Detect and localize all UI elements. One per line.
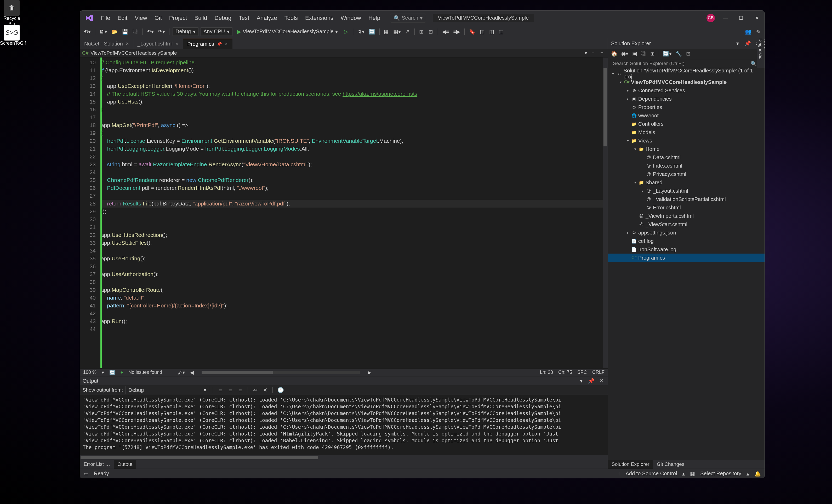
- code-editor[interactable]: 1011121314151617181920212223242526272829…: [80, 57, 608, 368]
- tb-icon-7[interactable]: ◫: [488, 27, 495, 36]
- diagnostic-tools-tab[interactable]: Diagnostic Tools: [757, 37, 764, 68]
- tree-shared[interactable]: ▾📁Shared: [608, 178, 764, 187]
- maximize-button[interactable]: ☐: [736, 14, 746, 22]
- tb-icon-3[interactable]: ↗: [404, 27, 411, 36]
- save-button[interactable]: 💾: [121, 27, 130, 36]
- live-share-button[interactable]: 👥: [744, 27, 753, 36]
- tree-wwwroot[interactable]: 🌐wwwroot: [608, 111, 764, 120]
- nav-back-button[interactable]: ⟲▾: [83, 27, 92, 36]
- menu-help[interactable]: Help: [365, 13, 383, 23]
- bottom-tab-error-list-[interactable]: Error List …: [80, 460, 114, 469]
- tb-icon-4[interactable]: ⊞: [418, 27, 425, 36]
- indent-button[interactable]: ≡▶: [452, 27, 461, 36]
- se-pin-button[interactable]: 📌: [743, 39, 752, 48]
- outdent-button[interactable]: ◀≡: [441, 27, 450, 36]
- tree-cef-log[interactable]: 📄cef.log: [608, 237, 764, 245]
- tb-icon-8[interactable]: ◫: [497, 27, 505, 36]
- close-button[interactable]: ✕: [751, 14, 762, 22]
- run-no-debug-button[interactable]: ▷: [342, 27, 350, 36]
- add-to-source-control[interactable]: Add to Source Control: [625, 471, 677, 477]
- brush-icon[interactable]: 🖌▾: [178, 370, 185, 375]
- menu-view[interactable]: View: [132, 13, 150, 23]
- tree-controllers[interactable]: 📁Controllers: [608, 120, 764, 128]
- se-views-button[interactable]: ◉▾: [620, 49, 629, 58]
- menu-edit[interactable]: Edit: [114, 13, 130, 23]
- vertical-scrollbar[interactable]: [603, 57, 608, 368]
- bookmark-button[interactable]: 🔖: [468, 27, 476, 36]
- se-btn-5[interactable]: ⊞: [649, 49, 656, 58]
- tree-data-cshtml[interactable]: @Data.cshtml: [608, 153, 764, 162]
- menu-window[interactable]: Window: [338, 13, 364, 23]
- nav-plus-button[interactable]: +: [598, 49, 605, 57]
- se-search[interactable]: Search Solution Explorer (Ctrl+;) 🔍▾: [610, 59, 762, 68]
- step-button[interactable]: ↴▾: [356, 27, 366, 36]
- output-wrap-button[interactable]: ↩: [252, 386, 259, 394]
- menu-git[interactable]: Git: [151, 13, 165, 23]
- show-from-dropdown[interactable]: Debug▾: [126, 386, 209, 394]
- search-box[interactable]: 🔍 Search ▾: [390, 14, 426, 23]
- se-tab-git-changes[interactable]: Git Changes: [653, 460, 688, 469]
- save-all-button[interactable]: ⿻: [132, 27, 139, 36]
- open-button[interactable]: 📂: [110, 27, 119, 36]
- tb-icon-2[interactable]: ▦▾: [392, 27, 402, 36]
- bell-icon[interactable]: 🔔: [754, 471, 761, 477]
- horizontal-scrollbar[interactable]: [202, 371, 360, 374]
- tree-connected-services[interactable]: ▸⊕Connected Services: [608, 86, 764, 95]
- se-dropdown-button[interactable]: ▾: [734, 39, 741, 48]
- se-tab-solution-explorer[interactable]: Solution Explorer: [608, 460, 653, 469]
- se-btn-4[interactable]: ⿻: [640, 49, 647, 58]
- close-tab-icon[interactable]: ✕: [225, 42, 228, 47]
- tb-icon-1[interactable]: ▦: [383, 27, 390, 36]
- platform-dropdown[interactable]: Any CPU▾: [201, 27, 232, 36]
- recycle-bin-icon[interactable]: 🗑 Recycle Bin: [0, 0, 24, 27]
- menu-build[interactable]: Build: [191, 13, 210, 23]
- menu-tools[interactable]: Tools: [281, 13, 301, 23]
- run-button[interactable]: ▶ViewToPdfMVCCoreHeadlesslySample▾: [235, 28, 340, 35]
- menu-project[interactable]: Project: [166, 13, 190, 23]
- tree-models[interactable]: 📁Models: [608, 128, 764, 136]
- tree-_viewstart-cshtml[interactable]: @_ViewStart.cshtml: [608, 220, 764, 229]
- close-tab-icon[interactable]: ✕: [175, 41, 179, 46]
- tree-ironsoftware-log[interactable]: 📄IronSoftware.log: [608, 245, 764, 254]
- issues-text[interactable]: No issues found: [128, 370, 162, 375]
- user-avatar[interactable]: CB: [706, 14, 715, 22]
- se-wrench-button[interactable]: 🔧: [674, 49, 683, 58]
- tree-properties[interactable]: ⚙Properties: [608, 103, 764, 111]
- tree-_validationscriptspartial-cshtml[interactable]: @_ValidationScriptsPartial.cshtml: [608, 195, 764, 203]
- nav-project-dropdown[interactable]: ViewToPdfMVCCoreHeadlesslySample: [90, 50, 582, 56]
- tree-program-cs[interactable]: C#Program.cs: [608, 254, 764, 262]
- bottom-tab-output[interactable]: Output: [114, 460, 136, 469]
- output-pin-button[interactable]: 📌: [587, 377, 596, 385]
- pin-icon[interactable]: 📌: [217, 42, 222, 47]
- tree-privacy-cshtml[interactable]: @Privacy.cshtml: [608, 170, 764, 178]
- tree-appsettings-json[interactable]: ▸⚙appsettings.json: [608, 229, 764, 237]
- minimize-button[interactable]: —: [720, 14, 731, 22]
- select-repository[interactable]: Select Repository: [700, 471, 741, 477]
- output-clear-button[interactable]: ✕: [261, 386, 269, 394]
- close-tab-icon[interactable]: ✕: [126, 41, 129, 46]
- tree-index-cshtml[interactable]: @Index.cshtml: [608, 162, 764, 170]
- tree-solution-viewtopdfmvccoreheadlesslysample-1-of-1-proj[interactable]: ▾⌂Solution 'ViewToPdfMVCCoreHeadlesslySa…: [608, 70, 764, 78]
- tree-views[interactable]: ▾📁Views: [608, 136, 764, 145]
- redo-button[interactable]: ↷▾: [157, 27, 166, 36]
- refresh-icon[interactable]: 🔄: [109, 370, 115, 375]
- menu-analyze[interactable]: Analyze: [253, 13, 280, 23]
- se-home-button[interactable]: 🏠: [610, 49, 619, 58]
- output-clock-icon[interactable]: 🕐: [276, 386, 285, 394]
- menu-test[interactable]: Test: [236, 13, 252, 23]
- zoom-level[interactable]: 100 %: [83, 370, 97, 375]
- output-close-button[interactable]: ✕: [598, 377, 605, 385]
- se-btn-3[interactable]: ▣: [631, 49, 638, 58]
- menu-debug[interactable]: Debug: [211, 13, 235, 23]
- feedback-button[interactable]: ☺: [755, 27, 762, 36]
- screentogif-icon[interactable]: S>G ScreenToGif: [0, 25, 24, 46]
- tree-_layout-cshtml[interactable]: ▸@_Layout.cshtml: [608, 187, 764, 195]
- tb-icon-6[interactable]: ◫: [478, 27, 486, 36]
- output-tool-2[interactable]: ≡: [227, 386, 234, 394]
- output-tool-1[interactable]: ≡: [217, 386, 224, 394]
- output-tool-3[interactable]: ≡: [237, 386, 244, 394]
- undo-button[interactable]: ↶▾: [146, 27, 155, 36]
- menu-extensions[interactable]: Extensions: [302, 13, 337, 23]
- tab-program-cs[interactable]: Program.cs📌✕: [183, 39, 232, 49]
- tree-dependencies[interactable]: ▸▣Dependencies: [608, 95, 764, 103]
